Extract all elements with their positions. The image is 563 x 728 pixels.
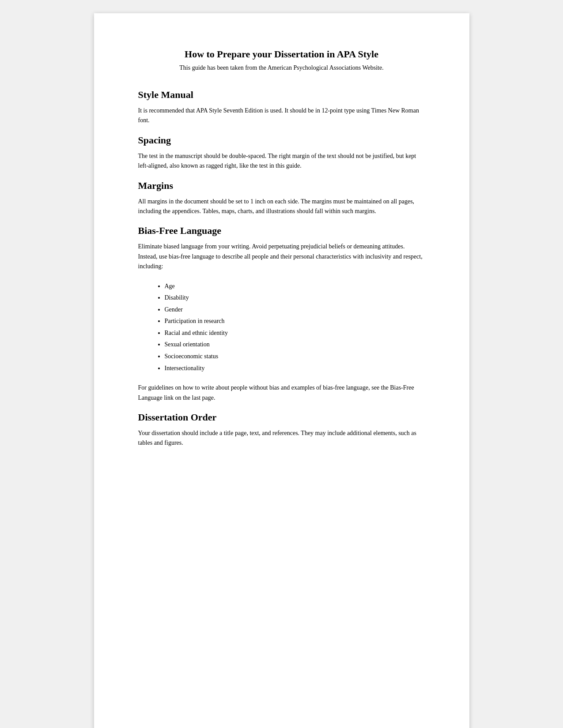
section-heading-dissertation-order: Dissertation Order — [138, 412, 425, 423]
section-body-bias-free-outro: For guidelines on how to write about peo… — [138, 383, 425, 403]
section-margins: Margins All margins in the document shou… — [138, 180, 425, 217]
section-heading-margins: Margins — [138, 180, 425, 191]
page-subtitle: This guide has been taken from the Ameri… — [138, 64, 425, 71]
list-item: Gender — [165, 304, 425, 316]
section-heading-bias-free: Bias-Free Language — [138, 225, 425, 236]
section-bias-free-language: Bias-Free Language Eliminate biased lang… — [138, 225, 425, 403]
section-body-bias-free-intro: Eliminate biased language from your writ… — [138, 242, 425, 271]
list-item: Intersectionality — [165, 363, 425, 375]
list-item: Disability — [165, 292, 425, 304]
section-dissertation-order: Dissertation Order Your dissertation sho… — [138, 412, 425, 448]
list-item: Participation in research — [165, 315, 425, 327]
section-body-spacing: The test in the manuscript should be dou… — [138, 151, 425, 171]
section-style-manual: Style Manual It is recommended that APA … — [138, 89, 425, 126]
bias-free-list: Age Disability Gender Participation in r… — [165, 281, 425, 375]
list-item: Age — [165, 281, 425, 293]
section-heading-spacing: Spacing — [138, 135, 425, 146]
section-body-style-manual: It is recommended that APA Style Seventh… — [138, 106, 425, 126]
document-page: How to Prepare your Dissertation in APA … — [94, 13, 469, 728]
list-item: Sexual orientation — [165, 339, 425, 351]
list-item: Socioeconomic status — [165, 351, 425, 363]
section-body-dissertation-order: Your dissertation should include a title… — [138, 428, 425, 448]
list-item: Racial and ethnic identity — [165, 327, 425, 339]
section-spacing: Spacing The test in the manuscript shoul… — [138, 135, 425, 171]
page-title: How to Prepare your Dissertation in APA … — [138, 49, 425, 60]
section-heading-style-manual: Style Manual — [138, 89, 425, 101]
section-body-margins: All margins in the document should be se… — [138, 197, 425, 217]
